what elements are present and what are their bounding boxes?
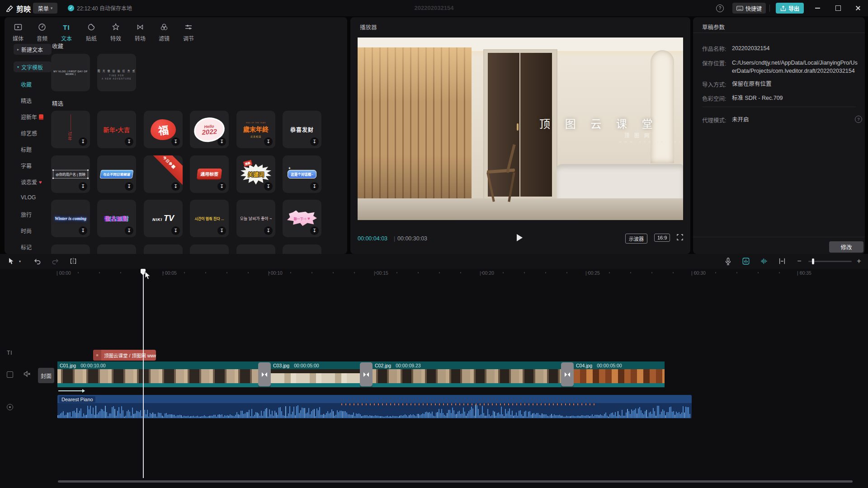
sidebar-item-8[interactable]: VLOG bbox=[21, 194, 36, 201]
audio-meter-icon[interactable] bbox=[741, 256, 751, 267]
tab-sticker[interactable]: 贴纸 bbox=[79, 21, 104, 46]
template-card-nikitv[interactable]: NIKITV↧ bbox=[144, 200, 183, 237]
download-icon[interactable]: ↧ bbox=[171, 182, 180, 191]
new-text-button[interactable]: ▸新建文本 bbox=[14, 44, 52, 55]
video-track-toggle-icon[interactable] bbox=[7, 371, 13, 378]
template-card-yearend-fire[interactable]: END OF THE YEAR歲末年終欢喜相迎↧ bbox=[236, 111, 275, 148]
undo-icon[interactable] bbox=[32, 256, 42, 267]
zoom-out-icon[interactable]: − bbox=[795, 256, 804, 267]
template-card-blue-badge[interactable]: 与众不同日常频道↧ bbox=[97, 155, 136, 193]
template-card-fu-blob[interactable]: 福↧ bbox=[144, 111, 183, 148]
template-card-retro-glitch[interactable]: 復古派對↧ bbox=[97, 200, 136, 237]
timeline-zoom-slider[interactable] bbox=[808, 261, 852, 262]
maximize-button[interactable] bbox=[828, 0, 848, 16]
playhead-line[interactable] bbox=[143, 269, 144, 478]
sidebar-item-3[interactable]: 迎新年 bbox=[21, 113, 43, 121]
text-clip[interactable]: ≡顶图云课堂 / 顶图网 www bbox=[93, 350, 156, 361]
split-clip-icon[interactable] bbox=[68, 256, 79, 267]
download-icon[interactable]: ↧ bbox=[171, 137, 180, 146]
download-icon[interactable]: ↧ bbox=[171, 226, 180, 235]
audio-clip[interactable]: Dearest Piano bbox=[57, 395, 692, 418]
download-icon[interactable]: ↧ bbox=[217, 226, 226, 235]
tab-transition[interactable]: 转场 bbox=[128, 21, 152, 46]
template-card-gongxi[interactable]: 恭喜发财↧ bbox=[283, 111, 321, 148]
download-icon[interactable]: ↧ bbox=[310, 137, 319, 146]
template-card-sunshine[interactable]: 阳 光 依 旧 灿 烂 方 式TIME FORA NEW ADVENTURE bbox=[97, 54, 136, 91]
transition-handle-3[interactable] bbox=[561, 362, 574, 386]
shortcut-button[interactable]: 快捷键 bbox=[732, 3, 766, 14]
sound-wave-icon[interactable] bbox=[759, 256, 769, 267]
download-icon[interactable]: ↧ bbox=[125, 226, 133, 235]
menu-button[interactable]: 菜单 ▾ bbox=[33, 3, 57, 14]
proxy-help-icon[interactable]: ? bbox=[855, 116, 862, 123]
template-card-pink-bubble[interactable]: 聊一下~!♥↧ bbox=[283, 200, 321, 237]
aspect-ratio-button[interactable]: 16:9 bbox=[654, 234, 670, 242]
audio-track-icon[interactable] bbox=[7, 404, 13, 410]
play-button[interactable] bbox=[517, 234, 523, 241]
sidebar-item-7[interactable]: 谈恋爱♥ bbox=[21, 178, 42, 186]
text-template-group[interactable]: ▾文字模板 bbox=[14, 61, 52, 72]
tab-effect[interactable]: 特效 bbox=[104, 21, 128, 46]
download-icon[interactable]: ↧ bbox=[217, 182, 226, 191]
download-icon[interactable]: ↧ bbox=[264, 226, 273, 235]
sidebar-item-10[interactable]: 时尚 bbox=[21, 227, 32, 235]
close-button[interactable] bbox=[848, 0, 868, 16]
tab-media[interactable]: 媒体 bbox=[6, 21, 30, 46]
video-clip-C04.jpg[interactable]: C04.jpg00:00:05:00 bbox=[574, 361, 665, 387]
template-card-vlog-dark[interactable]: MY VLOG | FIRST DAY OF WORK | bbox=[51, 54, 90, 91]
download-icon[interactable]: ↧ bbox=[79, 226, 87, 235]
select-tool-icon[interactable] bbox=[5, 256, 17, 267]
template-card-dialog-blue[interactable]: 这是个对话框~✦↧ bbox=[283, 155, 321, 193]
mute-track-icon[interactable] bbox=[24, 371, 31, 377]
template-card-stub[interactable] bbox=[283, 244, 321, 254]
fullscreen-icon[interactable] bbox=[677, 234, 683, 240]
export-button[interactable]: 导出 bbox=[776, 3, 804, 14]
download-icon[interactable]: ↧ bbox=[217, 137, 226, 146]
template-card-diag-ribbon[interactable]: 今日争霸↧ bbox=[144, 155, 183, 193]
template-card-red-tag[interactable]: 通用标签↧ bbox=[190, 155, 229, 193]
tab-adjust[interactable]: 调节 bbox=[176, 21, 201, 46]
download-icon[interactable]: ↧ bbox=[125, 182, 133, 191]
template-card-korean-pink[interactable]: 오늘 날씨가 좋아 ~↧ bbox=[236, 200, 275, 237]
video-clip-C02.jpg[interactable]: C02.jpg00:00:09.23 bbox=[373, 361, 561, 387]
video-clip-C01.jpg[interactable]: C01.jpg00:00:10.00 bbox=[57, 361, 258, 387]
video-preview[interactable]: 顶 图 云 课 堂 顶 图 网 w w w . c n d t j d . n … bbox=[358, 38, 683, 220]
download-icon[interactable]: ↧ bbox=[125, 137, 133, 146]
transition-handle-2[interactable] bbox=[360, 362, 373, 386]
redo-icon[interactable] bbox=[50, 256, 61, 267]
template-card-stub[interactable] bbox=[190, 244, 229, 254]
template-card-korean-yellow[interactable]: 시간이 멈춰 진다 ...↧ bbox=[190, 200, 229, 237]
sidebar-item-11[interactable]: 标记 bbox=[21, 243, 32, 251]
timeline-zoom-slider-knob[interactable] bbox=[812, 258, 814, 264]
download-icon[interactable]: ↧ bbox=[264, 137, 273, 146]
template-card-stub[interactable] bbox=[144, 244, 183, 254]
record-voiceover-icon[interactable] bbox=[722, 256, 733, 267]
transition-handle-1[interactable] bbox=[258, 362, 271, 386]
sidebar-item-6[interactable]: 字幕 bbox=[21, 162, 32, 169]
link-preview-icon[interactable] bbox=[777, 256, 788, 267]
video-clip-C03.jpg[interactable]: C03.jpg00:00:05:00 bbox=[271, 361, 360, 387]
sidebar-item-9[interactable]: 旅行 bbox=[21, 211, 32, 218]
template-card-winter[interactable]: Winter is coming↧ bbox=[51, 200, 90, 237]
tab-filter[interactable]: 滤镜 bbox=[152, 21, 176, 46]
select-tool-caret-icon[interactable]: ▾ bbox=[17, 256, 23, 267]
help-icon[interactable]: ? bbox=[716, 5, 724, 12]
sidebar-item-2[interactable]: 精选 bbox=[21, 97, 32, 104]
sidebar-item-5[interactable]: 标题 bbox=[21, 145, 32, 153]
download-icon[interactable]: ↧ bbox=[310, 182, 319, 191]
zoom-in-icon[interactable]: + bbox=[854, 256, 863, 267]
download-icon[interactable]: ↧ bbox=[310, 226, 319, 235]
download-icon[interactable]: ↧ bbox=[79, 182, 87, 191]
template-card-stub[interactable] bbox=[97, 244, 136, 254]
template-card-hello2022[interactable]: Hello2022↧ bbox=[190, 111, 229, 148]
template-card-stub[interactable] bbox=[51, 244, 90, 254]
template-card-newyear-red[interactable]: 新年•大吉↧ bbox=[97, 111, 136, 148]
modify-button[interactable]: 修改 bbox=[829, 241, 863, 253]
download-icon[interactable]: ↧ bbox=[264, 182, 273, 191]
minimize-button[interactable] bbox=[807, 0, 827, 16]
tab-audio[interactable]: 音频 bbox=[30, 21, 54, 46]
cover-button[interactable]: 封面 bbox=[38, 368, 54, 383]
template-card-keyword-burst[interactable]: 关键词搜索↧ bbox=[236, 155, 275, 193]
sidebar-item-4[interactable]: 综艺感 bbox=[21, 129, 37, 137]
download-icon[interactable]: ↧ bbox=[79, 137, 87, 146]
